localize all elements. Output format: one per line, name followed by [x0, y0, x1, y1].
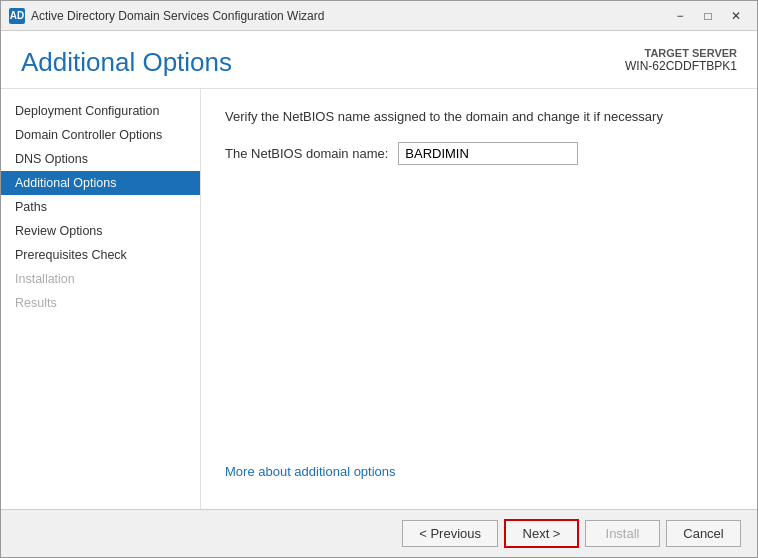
- page-content: Verify the NetBIOS name assigned to the …: [201, 89, 757, 509]
- cancel-button[interactable]: Cancel: [666, 520, 741, 547]
- content-description: Verify the NetBIOS name assigned to the …: [225, 109, 733, 124]
- sidebar-item-installation: Installation: [1, 267, 200, 291]
- close-button[interactable]: ✕: [723, 6, 749, 26]
- target-server-label: TARGET SERVER: [625, 47, 737, 59]
- install-button: Install: [585, 520, 660, 547]
- sidebar-item-additional-options[interactable]: Additional Options: [1, 171, 200, 195]
- sidebar-item-domain-controller-options[interactable]: Domain Controller Options: [1, 123, 200, 147]
- sidebar-item-deployment-configuration[interactable]: Deployment Configuration: [1, 99, 200, 123]
- sidebar-item-prerequisites-check[interactable]: Prerequisites Check: [1, 243, 200, 267]
- sidebar-item-results: Results: [1, 291, 200, 315]
- window-title: Active Directory Domain Services Configu…: [31, 9, 667, 23]
- previous-button[interactable]: < Previous: [402, 520, 498, 547]
- target-server-name: WIN-62CDDFTBPK1: [625, 59, 737, 73]
- next-button[interactable]: Next >: [504, 519, 579, 548]
- page-header: Additional Options TARGET SERVER WIN-62C…: [1, 31, 757, 89]
- target-server-info: TARGET SERVER WIN-62CDDFTBPK1: [625, 47, 737, 73]
- window-controls: − □ ✕: [667, 6, 749, 26]
- main-body: Deployment Configuration Domain Controll…: [1, 89, 757, 509]
- netbios-field-label: The NetBIOS domain name:: [225, 146, 388, 161]
- content-area: Additional Options TARGET SERVER WIN-62C…: [1, 31, 757, 509]
- maximize-button[interactable]: □: [695, 6, 721, 26]
- netbios-domain-input[interactable]: [398, 142, 578, 165]
- minimize-button[interactable]: −: [667, 6, 693, 26]
- more-about-link[interactable]: More about additional options: [225, 464, 733, 479]
- netbios-form-row: The NetBIOS domain name:: [225, 142, 733, 165]
- sidebar-item-paths[interactable]: Paths: [1, 195, 200, 219]
- app-icon: AD: [9, 8, 25, 24]
- sidebar: Deployment Configuration Domain Controll…: [1, 89, 201, 509]
- page-title: Additional Options: [21, 47, 232, 78]
- sidebar-item-dns-options[interactable]: DNS Options: [1, 147, 200, 171]
- footer: < Previous Next > Install Cancel: [1, 509, 757, 557]
- titlebar: AD Active Directory Domain Services Conf…: [1, 1, 757, 31]
- main-window: AD Active Directory Domain Services Conf…: [0, 0, 758, 558]
- sidebar-item-review-options[interactable]: Review Options: [1, 219, 200, 243]
